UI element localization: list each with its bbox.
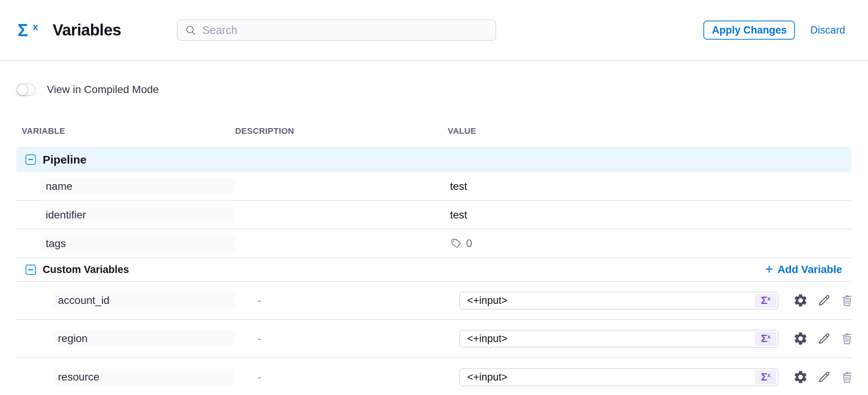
expression-sigma-icon[interactable]: Σx bbox=[755, 370, 777, 384]
discard-link[interactable]: Discard bbox=[810, 24, 845, 36]
variable-value: test bbox=[450, 209, 467, 221]
expression-sigma-icon[interactable]: Σx bbox=[755, 294, 777, 308]
group-row-custom-variables: Custom Variables + Add Variable bbox=[16, 258, 852, 282]
tag-icon bbox=[449, 237, 463, 250]
table-row: name test bbox=[16, 172, 852, 201]
variable-name-chip: identifier bbox=[41, 207, 235, 223]
column-header-value: VALUE bbox=[448, 126, 852, 136]
apply-changes-button[interactable]: Apply Changes bbox=[703, 21, 795, 40]
variables-table: Pipeline name test identifier test tags bbox=[16, 147, 852, 395]
table-row: account_id - <+input> Σx bbox=[16, 282, 852, 320]
table-row: identifier test bbox=[16, 201, 852, 230]
variable-name-chip: account_id bbox=[53, 292, 235, 308]
variables-panel: Σx Variables Apply Changes Discard View … bbox=[0, 0, 868, 395]
variable-description: - bbox=[258, 371, 261, 383]
compiled-mode-toggle[interactable] bbox=[16, 83, 35, 96]
variable-name-chip: name bbox=[41, 178, 235, 194]
table-header: VARIABLE DESCRIPTION VALUE bbox=[16, 126, 852, 136]
variable-value: test bbox=[450, 180, 467, 193]
page-title: Variables bbox=[53, 21, 167, 39]
add-variable-button[interactable]: + Add Variable bbox=[765, 263, 842, 276]
group-row-pipeline: Pipeline bbox=[16, 147, 852, 172]
search-box[interactable] bbox=[177, 19, 496, 41]
variable-description: - bbox=[258, 332, 261, 345]
table-row: tags 0 bbox=[16, 230, 852, 258]
plus-icon: + bbox=[765, 262, 774, 276]
gear-icon[interactable] bbox=[793, 369, 808, 385]
variable-name-chip: region bbox=[53, 331, 235, 347]
search-input[interactable] bbox=[202, 24, 488, 37]
tags-value: 0 bbox=[450, 237, 472, 250]
top-bar: Σx Variables Apply Changes Discard bbox=[0, 0, 868, 61]
search-icon bbox=[185, 24, 197, 36]
trash-icon[interactable] bbox=[840, 370, 854, 384]
gear-icon[interactable] bbox=[793, 293, 808, 308]
sigma-x-icon: Σx bbox=[18, 21, 41, 39]
pencil-icon[interactable] bbox=[817, 293, 831, 308]
variable-description: - bbox=[258, 294, 261, 307]
variable-name-chip: tags bbox=[41, 236, 235, 252]
gear-icon[interactable] bbox=[793, 331, 808, 346]
pencil-icon[interactable] bbox=[817, 370, 831, 384]
collapse-minus-icon[interactable] bbox=[26, 265, 36, 275]
group-label: Pipeline bbox=[43, 153, 86, 166]
table-row: region - <+input> Σx bbox=[16, 320, 852, 358]
column-header-description: DESCRIPTION bbox=[235, 126, 448, 136]
trash-icon[interactable] bbox=[840, 332, 854, 345]
variable-name-chip: resource bbox=[53, 369, 235, 385]
toggle-knob bbox=[17, 85, 27, 95]
compiled-mode-label: View in Compiled Mode bbox=[47, 83, 159, 96]
value-input[interactable]: <+input> Σx bbox=[459, 368, 778, 386]
pencil-icon[interactable] bbox=[817, 331, 831, 346]
value-input[interactable]: <+input> Σx bbox=[459, 292, 778, 310]
group-label: Custom Variables bbox=[43, 264, 129, 276]
collapse-minus-icon[interactable] bbox=[26, 154, 36, 165]
column-header-variable: VARIABLE bbox=[16, 126, 235, 136]
compiled-mode-row: View in Compiled Mode bbox=[16, 83, 852, 96]
value-input[interactable]: <+input> Σx bbox=[459, 330, 778, 348]
table-row: resource - <+input> Σx bbox=[16, 358, 852, 395]
expression-sigma-icon[interactable]: Σx bbox=[755, 332, 777, 346]
trash-icon[interactable] bbox=[840, 294, 854, 307]
